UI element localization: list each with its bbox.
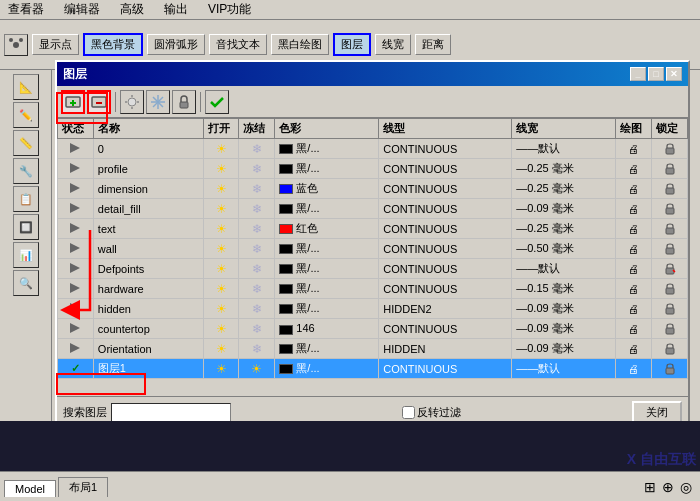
row-open[interactable]: ☀ [203, 179, 239, 199]
row-color[interactable]: 黑/... [275, 299, 379, 319]
row-plot[interactable]: 🖨 [616, 339, 652, 359]
row-freeze[interactable]: ❄ [239, 279, 275, 299]
row-name[interactable]: 0 [93, 139, 203, 159]
table-row[interactable]: hardware☀❄ 黑/...CONTINUOUS—0.15 毫米🖨 [58, 279, 688, 299]
row-name[interactable]: Defpoints [93, 259, 203, 279]
row-color[interactable]: 蓝色 [275, 179, 379, 199]
table-row[interactable]: 0☀❄ 黑/...CONTINUOUS——默认🖨 [58, 139, 688, 159]
search-input[interactable] [111, 403, 231, 423]
row-color[interactable]: 黑/... [275, 279, 379, 299]
row-freeze[interactable]: ❄ [239, 179, 275, 199]
row-lock[interactable] [652, 319, 688, 339]
row-plot[interactable]: 🖨 [616, 279, 652, 299]
table-row[interactable]: hidden☀❄ 黑/...HIDDEN2—0.09 毫米🖨 [58, 299, 688, 319]
row-linewidth[interactable]: —0.09 毫米 [512, 339, 616, 359]
layout1-tab[interactable]: 布局1 [58, 477, 108, 497]
row-lock[interactable] [652, 219, 688, 239]
row-color[interactable]: 黑/... [275, 339, 379, 359]
row-linewidth[interactable]: —0.50 毫米 [512, 239, 616, 259]
row-open[interactable]: ☀ [203, 199, 239, 219]
row-plot[interactable]: 🖨 [616, 319, 652, 339]
row-name[interactable]: 图层1 [93, 359, 203, 379]
row-linetype[interactable]: CONTINUOUS [379, 199, 512, 219]
toolbar-smooth-arc[interactable]: 圆滑弧形 [147, 34, 205, 55]
row-open[interactable]: ☀ [203, 259, 239, 279]
table-row[interactable]: Defpoints☀❄ 黑/...CONTINUOUS——默认🖨 [58, 259, 688, 279]
row-open[interactable]: ☀ [203, 159, 239, 179]
row-linetype[interactable]: CONTINUOUS [379, 239, 512, 259]
row-name[interactable]: text [93, 219, 203, 239]
toolbar-find-text[interactable]: 音找文本 [209, 34, 267, 55]
row-name[interactable]: profile [93, 159, 203, 179]
filter-checkbox-label[interactable]: 反转过滤 [402, 405, 461, 420]
row-plot[interactable]: 🖨 [616, 159, 652, 179]
table-row[interactable]: text☀❄ 红色CONTINUOUS—0.25 毫米🖨 [58, 219, 688, 239]
toolbar-linewidth[interactable]: 线宽 [375, 34, 411, 55]
row-name[interactable]: Orientation [93, 339, 203, 359]
row-linewidth[interactable]: ——默认 [512, 139, 616, 159]
row-linewidth[interactable]: —0.15 毫米 [512, 279, 616, 299]
row-name[interactable]: wall [93, 239, 203, 259]
row-freeze[interactable]: ☀ [239, 359, 275, 379]
row-open[interactable]: ☀ [203, 319, 239, 339]
row-linewidth[interactable]: —0.25 毫米 [512, 159, 616, 179]
table-row[interactable]: wall☀❄ 黑/...CONTINUOUS—0.50 毫米🖨 [58, 239, 688, 259]
row-color[interactable]: 红色 [275, 219, 379, 239]
filter-checkbox[interactable] [402, 406, 415, 419]
row-plot[interactable]: 🖨 [616, 299, 652, 319]
row-linewidth[interactable]: —0.25 毫米 [512, 179, 616, 199]
model-tab[interactable]: Model [4, 480, 56, 497]
row-linewidth[interactable]: ——默认 [512, 359, 616, 379]
row-lock[interactable] [652, 199, 688, 219]
light-icon[interactable] [120, 90, 144, 114]
maximize-button[interactable]: □ [648, 67, 664, 81]
row-linewidth[interactable]: ——默认 [512, 259, 616, 279]
row-lock[interactable] [652, 259, 688, 279]
row-name[interactable]: hardware [93, 279, 203, 299]
row-freeze[interactable]: ❄ [239, 339, 275, 359]
row-color[interactable]: 黑/... [275, 199, 379, 219]
toolbar-layers[interactable]: 图层 [333, 33, 371, 56]
row-name[interactable]: countertop [93, 319, 203, 339]
row-name[interactable]: detail_fill [93, 199, 203, 219]
row-linetype[interactable]: CONTINUOUS [379, 279, 512, 299]
row-open[interactable]: ☀ [203, 339, 239, 359]
row-open[interactable]: ☀ [203, 219, 239, 239]
row-open[interactable]: ☀ [203, 279, 239, 299]
toolbar-showpoints-label[interactable]: 显示点 [32, 34, 79, 55]
row-linewidth[interactable]: —0.25 毫米 [512, 219, 616, 239]
menu-vip[interactable]: VIP功能 [204, 0, 255, 19]
row-plot[interactable]: 🖨 [616, 239, 652, 259]
row-color[interactable]: 黑/... [275, 139, 379, 159]
menu-advanced[interactable]: 高级 [116, 0, 148, 19]
row-linetype[interactable]: CONTINUOUS [379, 259, 512, 279]
table-row[interactable]: ✓图层1☀☀ 黑/...CONTINUOUS——默认🖨 [58, 359, 688, 379]
row-color[interactable]: 黑/... [275, 159, 379, 179]
row-open[interactable]: ☀ [203, 359, 239, 379]
row-linetype[interactable]: CONTINUOUS [379, 359, 512, 379]
toolbar-showpoints[interactable] [4, 34, 28, 56]
row-plot[interactable]: 🖨 [616, 259, 652, 279]
row-linewidth[interactable]: —0.09 毫米 [512, 319, 616, 339]
snap-icon[interactable]: ⊕ [662, 479, 674, 495]
row-linetype[interactable]: CONTINUOUS [379, 219, 512, 239]
table-row[interactable]: Orientation☀❄ 黑/...HIDDEN—0.09 毫米🖨 [58, 339, 688, 359]
delete-layer-button[interactable] [87, 90, 111, 114]
row-lock[interactable] [652, 139, 688, 159]
row-linetype[interactable]: CONTINUOUS [379, 139, 512, 159]
new-layer-button[interactable] [61, 90, 85, 114]
row-lock[interactable] [652, 299, 688, 319]
table-row[interactable]: countertop☀❄ 146CONTINUOUS—0.09 毫米🖨 [58, 319, 688, 339]
row-freeze[interactable]: ❄ [239, 319, 275, 339]
row-plot[interactable]: 🖨 [616, 139, 652, 159]
close-button[interactable]: ✕ [666, 67, 682, 81]
menu-output[interactable]: 输出 [160, 0, 192, 19]
toolbar-bw-plot[interactable]: 黑白绘图 [271, 34, 329, 55]
row-lock[interactable] [652, 279, 688, 299]
table-row[interactable]: dimension☀❄ 蓝色CONTINUOUS—0.25 毫米🖨 [58, 179, 688, 199]
check-button[interactable] [205, 90, 229, 114]
grid-icon[interactable]: ⊞ [644, 479, 656, 495]
sidebar-tool-7[interactable]: 📊 [13, 242, 39, 268]
row-lock[interactable] [652, 339, 688, 359]
table-row[interactable]: detail_fill☀❄ 黑/...CONTINUOUS—0.09 毫米🖨 [58, 199, 688, 219]
